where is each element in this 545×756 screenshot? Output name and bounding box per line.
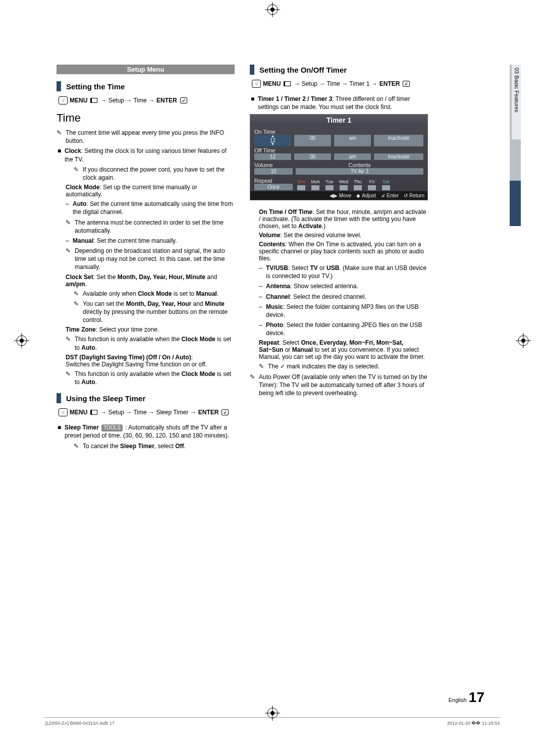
note-icon: ✎: [74, 442, 83, 450]
menu-label: MENU: [263, 80, 281, 87]
section-title: Using the Sleep Timer: [66, 394, 145, 403]
section-title: Setting the On/Off Timer: [259, 66, 347, 74]
section-onoff-timer: Setting the On/Off Timer: [250, 65, 428, 75]
page-number: English17: [449, 689, 484, 706]
day-sat[interactable]: Sat: [380, 179, 392, 190]
path-text: → Setup → Time → Timer 1 →: [294, 80, 377, 87]
note-antenna: ✎The antenna must be connected in order …: [57, 219, 235, 235]
note-check: ✎The ✓ mark indicates the day is selecte…: [250, 362, 428, 370]
note-dst-auto: ✎This function is only available when th…: [57, 370, 235, 386]
registration-mark-icon: [14, 333, 29, 348]
volume-desc: Volume: Set the desired volume level.: [250, 232, 428, 239]
note-icon: ✎: [66, 370, 75, 386]
note-icon: ✎: [259, 362, 268, 370]
footer-return: ↺Return: [404, 193, 424, 198]
menu-label: MENU: [70, 409, 87, 416]
day-sun[interactable]: Sun: [296, 179, 307, 190]
footer-right: 2012-01-20 �� 11:18:53: [447, 721, 500, 726]
note-icon: ✎: [66, 219, 75, 235]
note-tz-auto: ✎This function is only available when th…: [57, 335, 235, 351]
remote-icon: ☟: [59, 408, 68, 416]
registration-mark-icon: [516, 333, 531, 348]
on-time-label: On Time: [254, 129, 423, 135]
footer-move: ◀▶Move: [330, 193, 351, 198]
left-column: Setup Menu Setting the Time ☟ MENU → Set…: [57, 65, 235, 452]
note-info: ✎The current time will appear every time…: [57, 129, 235, 145]
enter-label: ENTER: [198, 409, 219, 416]
section-sleep-timer: Using the Sleep Timer: [57, 393, 235, 403]
arrow-down-icon: ▼: [254, 143, 291, 146]
note-autopower: ✎Auto Power Off (available only when the…: [250, 373, 428, 398]
dash-manual: –Manual: Set the current time manually.: [57, 237, 235, 245]
remote-icon: ☟: [59, 96, 68, 104]
volume-field[interactable]: 10: [254, 168, 293, 175]
day-fri[interactable]: Fri: [366, 179, 377, 190]
time-heading: Time: [57, 112, 235, 125]
bullet-clock: ■Clock: Setting the clock is for using v…: [57, 147, 235, 163]
dst-body: Switches the Daylight Saving Time functi…: [57, 361, 235, 368]
repeat-label: Repeat: [254, 178, 293, 184]
footer-left: [LD550-ZA] BN68-04313A.indb 17: [45, 721, 115, 726]
note-icon: ✎: [74, 290, 83, 298]
timer-ampm-field[interactable]: am: [334, 135, 371, 146]
timer-state-field[interactable]: Inactivate: [374, 153, 423, 160]
arrows-ud-icon: ◆: [356, 193, 360, 198]
registration-mark-icon: [265, 706, 280, 721]
footer-divider: [44, 717, 501, 718]
enter-icon: ↲: [381, 193, 385, 198]
enter-glyph-icon: ↲: [222, 409, 229, 415]
day-thu[interactable]: Thu: [352, 179, 363, 190]
menu-glyph-icon: [90, 410, 97, 415]
note-icon: ✎: [66, 247, 75, 272]
registration-mark-icon: [265, 2, 280, 17]
tools-badge: TOOLS: [101, 424, 123, 431]
timer-minute-field[interactable]: 00: [294, 153, 331, 160]
menu-path-time: ☟ MENU → Setup → Time → ENTER↲: [57, 96, 235, 104]
right-column: Setting the On/Off Timer ☟ MENU → Setup …: [250, 65, 428, 452]
timer-title: Timer 1: [250, 115, 427, 126]
clock-mode-line: Clock Mode: Set up the current time manu…: [57, 184, 235, 198]
day-mon[interactable]: Mon: [310, 179, 321, 190]
repeat-desc: Repeat: Select Once, Everyday, Mon~Fri, …: [250, 339, 428, 360]
footer-adjust: ◆Adjust: [356, 193, 376, 198]
section-bar-icon: [250, 65, 254, 75]
note-icon: ✎: [250, 373, 259, 398]
side-accent-bar: [510, 181, 521, 226]
on-time-row: ▲ 12 ▼ 00 am Inactivate: [254, 135, 423, 146]
footer-enter: ↲Enter: [381, 193, 399, 198]
timer-hour-field[interactable]: 12: [254, 153, 291, 160]
note-disconnect: ✎If you disconnect the power cord, you h…: [57, 166, 235, 182]
off-time-label: Off Time: [254, 147, 423, 153]
enter-label: ENTER: [379, 80, 400, 87]
menu-path-sleep: ☟ MENU → Setup → Time → Sleep Timer → EN…: [57, 408, 235, 416]
timer-ampm-field[interactable]: am: [334, 153, 371, 160]
menu-glyph-icon: [90, 98, 97, 103]
timer-footer: ◀▶Move ◆Adjust ↲Enter ↺Return: [250, 191, 427, 200]
dash-channel: –Channel: Select the desired channel.: [250, 293, 428, 301]
day-wed[interactable]: Wed: [338, 179, 349, 190]
timer-hour-field[interactable]: ▲ 12 ▼: [254, 135, 291, 146]
menu-glyph-icon: [284, 81, 291, 86]
clock-set-line: Clock Set: Set the Month, Day, Year, Hou…: [57, 274, 235, 288]
note-broadcast: ✎Depending on the broadcast station and …: [57, 247, 235, 272]
on-off-time-desc: On Time / Off Time: Set the hour, minute…: [250, 208, 428, 230]
dst-head: DST (Daylight Saving Time) (Off / On / A…: [57, 354, 235, 361]
dash-antenna: –Antenna: Show selected antenna.: [250, 282, 428, 290]
section-title: Setting the Time: [66, 82, 125, 91]
timer-minute-field[interactable]: 00: [294, 135, 331, 146]
arrows-lr-icon: ◀▶: [330, 193, 338, 198]
off-time-row: 12 00 am Inactivate: [254, 153, 423, 160]
contents-label: Contents: [296, 162, 423, 168]
time-zone-line: Time Zone: Select your time zone.: [57, 326, 235, 333]
setup-menu-banner: Setup Menu: [57, 65, 235, 74]
repeat-field[interactable]: Once: [254, 184, 293, 190]
day-tue[interactable]: Tue: [324, 179, 335, 190]
note-icon: ✎: [66, 335, 75, 351]
contents-field[interactable]: TV Air 3: [296, 168, 423, 175]
note-icon: ✎: [74, 300, 83, 325]
path-text: → Setup → Time → Sleep Timer →: [100, 409, 196, 416]
note-icon: ✎: [74, 166, 83, 182]
timer-state-field[interactable]: Inactivate: [374, 135, 423, 146]
dash-photo: –Photo: Select the folder containing JPE…: [250, 321, 428, 337]
enter-label: ENTER: [156, 97, 177, 104]
